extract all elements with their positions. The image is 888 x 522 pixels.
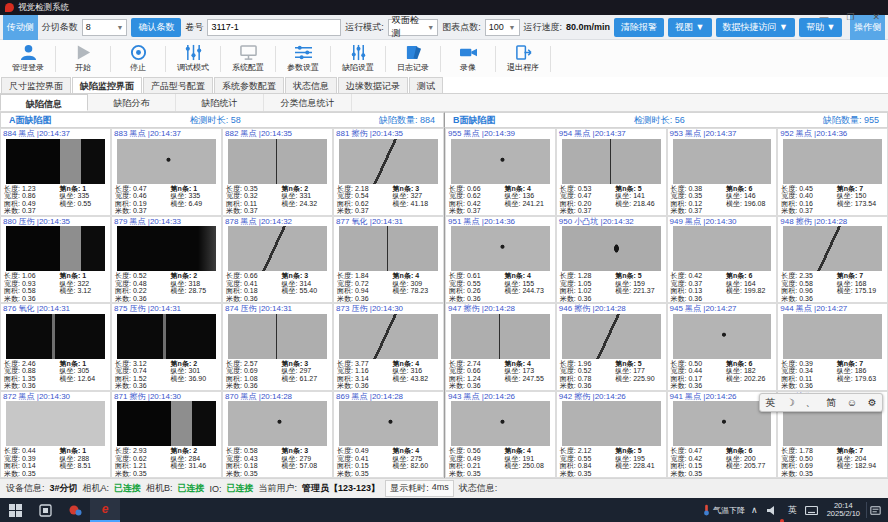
defect-card[interactable]: 951 黑点 |20:14:36 长度: 0.61 宽度: 0.55 面积: 0… xyxy=(445,216,556,304)
record-video-button[interactable]: 录像 xyxy=(442,44,494,73)
defect-card[interactable]: 876 氧化 |20:14:31 长度: 2.46 宽度: 0.88 面积: 1… xyxy=(0,303,111,391)
tab-status-info[interactable]: 状态信息 xyxy=(285,77,337,93)
minimize-button[interactable]: — xyxy=(819,13,828,22)
tab-product-config[interactable]: 产品型号配置 xyxy=(143,77,213,93)
defect-card[interactable]: 943 黑点 |20:14:26 长度: 0.56 宽度: 0.49 面积: 0… xyxy=(445,391,556,479)
maximize-button[interactable]: ❐ xyxy=(846,13,854,22)
defect-card[interactable]: 878 黑点 |20:14:32 长度: 0.66 宽度: 0.41 面积: 0… xyxy=(222,216,333,304)
defect-image[interactable] xyxy=(451,401,550,446)
roll-number-input[interactable] xyxy=(207,19,341,36)
defect-card[interactable]: 949 黑点 |20:14:30 长度: 0.42 宽度: 0.37 面积: 0… xyxy=(667,216,778,304)
defect-image[interactable] xyxy=(673,314,772,359)
defect-card[interactable]: 872 黑点 |20:14:30 长度: 0.44 宽度: 0.39 面积: 0… xyxy=(0,391,111,479)
defect-card[interactable]: 953 黑点 |20:14:37 长度: 0.38 宽度: 0.35 面积: 0… xyxy=(667,128,778,216)
defect-card[interactable]: 950 小凸坑 |20:14:32 长度: 1.28 宽度: 1.05 面积: … xyxy=(556,216,667,304)
chart-points-select[interactable]: 100 ▼ xyxy=(485,19,520,36)
defect-image[interactable] xyxy=(673,139,772,184)
confirm-count-button[interactable]: 确认条数 xyxy=(131,18,181,37)
defect-image[interactable] xyxy=(339,314,438,359)
defect-image[interactable] xyxy=(783,226,882,271)
defect-card[interactable]: 883 黑点 |20:14:37 长度: 0.47 宽度: 0.46 面积: 0… xyxy=(111,128,222,216)
slit-count-select[interactable]: 8 ▼ xyxy=(82,19,128,36)
defect-card[interactable]: 944 黑点 |20:14:27 长度: 0.39 宽度: 0.34 面积: 0… xyxy=(777,303,888,391)
task-view-button[interactable] xyxy=(30,498,60,522)
defect-settings-button[interactable]: 缺陷设置 xyxy=(332,44,384,73)
defect-image[interactable] xyxy=(228,226,327,271)
keyboard-button[interactable] xyxy=(803,498,821,522)
parameter-settings-button[interactable]: 参数设置 xyxy=(277,44,329,73)
tray-chevron[interactable]: ∧ xyxy=(751,505,758,515)
emoji-icon[interactable]: ☺ xyxy=(847,397,857,408)
tab-size-monitor[interactable]: 尺寸监控界面 xyxy=(1,77,71,93)
defect-image[interactable] xyxy=(117,226,216,271)
defect-card[interactable]: 946 擦伤 |20:14:28 长度: 1.96 宽度: 0.52 面积: 0… xyxy=(556,303,667,391)
defect-card[interactable]: 882 黑点 |20:14:35 长度: 0.35 宽度: 0.32 面积: 0… xyxy=(222,128,333,216)
defect-image[interactable] xyxy=(562,401,661,446)
defect-image[interactable] xyxy=(673,226,772,271)
defect-image[interactable] xyxy=(6,226,105,271)
subtab-defect-info[interactable]: 缺陷信息 xyxy=(0,94,88,111)
exit-program-button[interactable]: 退出程序 xyxy=(497,44,549,73)
clear-alarm-button[interactable]: 清除报警 xyxy=(614,18,664,37)
defect-card[interactable]: 955 黑点 |20:14:39 长度: 0.66 宽度: 0.62 面积: 0… xyxy=(445,128,556,216)
view-menu-button[interactable]: 视图 ▼ xyxy=(668,18,711,37)
defect-card[interactable]: 945 黑点 |20:14:27 长度: 0.50 宽度: 0.44 面积: 0… xyxy=(667,303,778,391)
data-quick-access-button[interactable]: 数据快捷访问 ▼ xyxy=(716,18,795,37)
defect-card[interactable]: 869 黑点 |20:14:28 长度: 0.49 宽度: 0.41 面积: 0… xyxy=(333,391,444,479)
defect-image[interactable] xyxy=(228,401,327,446)
defect-card[interactable]: 954 黑点 |20:14:37 长度: 0.53 宽度: 0.47 面积: 0… xyxy=(556,128,667,216)
ime-lang-toggle[interactable]: 英 xyxy=(765,396,775,410)
tab-system-params[interactable]: 系统参数配置 xyxy=(214,77,284,93)
defect-card[interactable]: 870 黑点 |20:14:28 长度: 0.58 宽度: 0.43 面积: 0… xyxy=(222,391,333,479)
notification-center-button[interactable] xyxy=(866,502,884,518)
defect-card[interactable]: 881 擦伤 |20:14:35 长度: 2.18 宽度: 0.54 面积: 0… xyxy=(333,128,444,216)
defect-image[interactable] xyxy=(673,401,772,446)
ime-language-indicator[interactable]: 英 xyxy=(788,504,797,517)
defect-image[interactable] xyxy=(783,314,882,359)
moon-icon[interactable]: ☽ xyxy=(786,397,795,408)
subtab-defect-statistics[interactable]: 缺陷统计 xyxy=(176,94,264,111)
subtab-defect-distribution[interactable]: 缺陷分布 xyxy=(88,94,176,111)
log-record-button[interactable]: 日志记录 xyxy=(387,44,439,73)
system-config-button[interactable]: 系统配置 xyxy=(222,44,274,73)
defect-card[interactable]: 942 擦伤 |20:14:26 长度: 2.12 宽度: 0.55 面积: 0… xyxy=(556,391,667,479)
tab-edge-data[interactable]: 边缘数据记录 xyxy=(338,77,408,93)
defect-image[interactable] xyxy=(451,226,550,271)
defect-card[interactable]: 948 擦伤 |20:14:28 长度: 2.35 宽度: 0.58 面积: 0… xyxy=(777,216,888,304)
defect-image[interactable] xyxy=(562,139,661,184)
defect-card[interactable]: 879 黑点 |20:14:33 长度: 0.52 宽度: 0.48 面积: 0… xyxy=(111,216,222,304)
run-mode-select[interactable]: 双面检测 ▼ xyxy=(388,19,438,36)
start-button[interactable]: 开始 xyxy=(57,44,109,73)
defect-image[interactable] xyxy=(339,401,438,446)
simplified-toggle[interactable]: 简 xyxy=(826,396,836,410)
start-menu-button[interactable] xyxy=(0,498,30,522)
defect-image[interactable] xyxy=(783,139,882,184)
debug-mode-button[interactable]: 调试模式 xyxy=(167,44,219,73)
defect-image[interactable] xyxy=(451,314,550,359)
drive-side-button[interactable]: 传动侧 xyxy=(3,15,38,40)
defect-card[interactable]: 877 氧化 |20:14:31 长度: 1.84 宽度: 0.72 面积: 0… xyxy=(333,216,444,304)
defect-image[interactable] xyxy=(117,401,216,446)
tab-test[interactable]: 测试 xyxy=(409,77,443,93)
defect-card[interactable]: 875 压伤 |20:14:31 长度: 3.12 宽度: 0.74 面积: 1… xyxy=(111,303,222,391)
defect-image[interactable] xyxy=(6,139,105,184)
defect-image[interactable] xyxy=(228,139,327,184)
pinned-app-button[interactable] xyxy=(60,498,90,522)
close-button[interactable]: ✕ xyxy=(872,13,880,22)
defect-card[interactable]: 871 擦伤 |20:14:30 长度: 2.93 宽度: 0.62 面积: 1… xyxy=(111,391,222,479)
defect-image[interactable] xyxy=(117,314,216,359)
defect-image[interactable] xyxy=(451,139,550,184)
gear-icon[interactable]: ⚙ xyxy=(868,397,877,408)
punctuation-icon[interactable]: 、 xyxy=(806,396,816,410)
defect-image[interactable] xyxy=(339,226,438,271)
defect-card[interactable]: 873 压伤 |20:14:30 长度: 3.77 宽度: 1.16 面积: 3… xyxy=(333,303,444,391)
defect-image[interactable] xyxy=(562,314,661,359)
defect-card[interactable]: 874 压伤 |20:14:31 长度: 2.57 宽度: 0.69 面积: 1… xyxy=(222,303,333,391)
defect-image[interactable] xyxy=(562,226,661,271)
volume-button[interactable] xyxy=(764,498,782,522)
defect-card[interactable]: 947 擦伤 |20:14:28 长度: 2.74 宽度: 0.66 面积: 1… xyxy=(445,303,556,391)
tab-defect-monitor[interactable]: 缺陷监控界面 xyxy=(72,77,142,93)
admin-login-button[interactable]: 管理登录 xyxy=(2,44,54,73)
defect-card[interactable]: 952 黑点 |20:14:36 长度: 0.45 宽度: 0.40 面积: 0… xyxy=(777,128,888,216)
defect-image[interactable] xyxy=(228,314,327,359)
